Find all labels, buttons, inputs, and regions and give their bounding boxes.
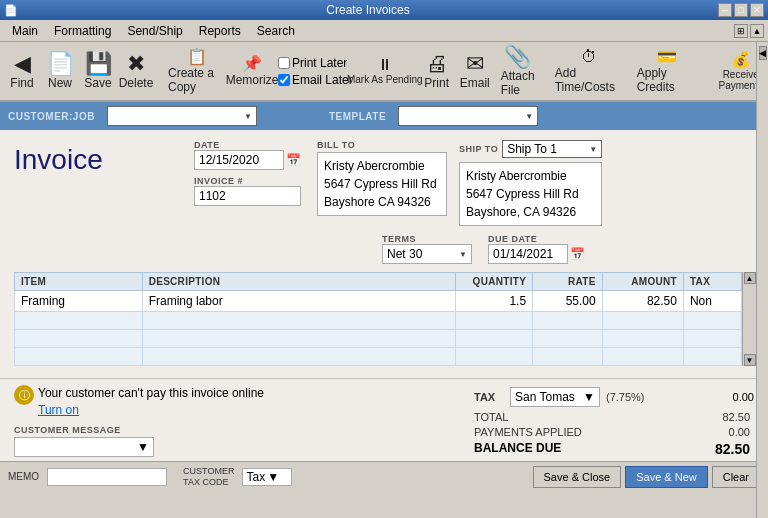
empty-desc[interactable] bbox=[142, 312, 455, 330]
mark-pending-button[interactable]: ⏸ Mark As Pending bbox=[359, 45, 411, 97]
terms-dropdown-arrow: ▼ bbox=[459, 250, 467, 259]
total-row: TOTAL 82.50 bbox=[474, 411, 754, 423]
empty-amount2[interactable] bbox=[602, 330, 683, 348]
due-date-calendar-icon[interactable]: 📅 bbox=[570, 247, 585, 261]
clear-button[interactable]: Clear bbox=[712, 466, 760, 488]
print-later-check[interactable] bbox=[278, 57, 290, 69]
email-later-check[interactable] bbox=[278, 74, 290, 86]
new-button[interactable]: 📄 New bbox=[42, 45, 78, 97]
empty-qty3[interactable] bbox=[455, 348, 532, 366]
empty-rate[interactable] bbox=[533, 312, 603, 330]
terms-dropdown[interactable]: Net 30 ▼ bbox=[382, 244, 472, 264]
row-item[interactable]: Framing bbox=[15, 291, 143, 312]
due-date-input[interactable]: 01/14/2021 bbox=[488, 244, 568, 264]
empty-rate3[interactable] bbox=[533, 348, 603, 366]
turn-on-link[interactable]: Turn on bbox=[38, 403, 79, 417]
print-button[interactable]: 🖨 Print bbox=[419, 45, 455, 97]
row-description[interactable]: Framing labor bbox=[142, 291, 455, 312]
right-panel-handle[interactable]: ◀ bbox=[756, 42, 768, 518]
menu-reports[interactable]: Reports bbox=[191, 22, 249, 40]
empty-item3[interactable] bbox=[15, 348, 143, 366]
table-row-empty2[interactable] bbox=[15, 330, 742, 348]
ship-to-address[interactable]: Kristy Abercrombie 5647 Cypress Hill Rd … bbox=[459, 162, 602, 226]
footer-bar: MEMO CUSTOMERTAX CODE Tax ▼ Save & Close… bbox=[0, 461, 768, 491]
tax-amount: 0.00 bbox=[704, 391, 754, 403]
tax-dropdown[interactable]: San Tomas ▼ bbox=[510, 387, 600, 407]
balance-due-amount: 82.50 bbox=[715, 441, 750, 457]
delete-button[interactable]: ✖ Delete bbox=[118, 45, 154, 97]
customer-message-dropdown[interactable]: ▼ bbox=[14, 437, 154, 457]
template-label: TEMPLATE bbox=[329, 111, 386, 122]
empty-qty[interactable] bbox=[455, 312, 532, 330]
bill-to-label: BILL TO bbox=[317, 140, 447, 150]
online-notice-text: Your customer can't pay this invoice onl… bbox=[38, 385, 264, 419]
minimize-button[interactable]: ─ bbox=[718, 3, 732, 17]
empty-amount3[interactable] bbox=[602, 348, 683, 366]
tax-code-dropdown[interactable]: Tax ▼ bbox=[242, 468, 292, 486]
template-dropdown[interactable]: Rock Castle Invo... ▼ bbox=[398, 106, 538, 126]
empty-item2[interactable] bbox=[15, 330, 143, 348]
delete-icon: ✖ bbox=[127, 53, 145, 75]
memo-label: MEMO bbox=[8, 471, 39, 482]
footer-buttons: Save & Close Save & New Clear bbox=[533, 466, 760, 488]
apply-credits-button[interactable]: 💳 Apply Credits bbox=[631, 45, 703, 97]
menu-search[interactable]: Search bbox=[249, 22, 303, 40]
invoice-num-input[interactable]: 1102 bbox=[194, 186, 301, 206]
print-later-checkbox[interactable]: Print Later bbox=[278, 56, 353, 70]
save-close-button[interactable]: Save & Close bbox=[533, 466, 622, 488]
row-rate[interactable]: 55.00 bbox=[533, 291, 603, 312]
empty-desc3[interactable] bbox=[142, 348, 455, 366]
empty-tax[interactable] bbox=[683, 312, 741, 330]
menu-main[interactable]: Main bbox=[4, 22, 46, 40]
bill-to-address[interactable]: Kristy Abercrombie 5647 Cypress Hill Rd … bbox=[317, 152, 447, 216]
find-button[interactable]: ◀ Find bbox=[4, 45, 40, 97]
memo-input[interactable] bbox=[47, 468, 167, 486]
menu-formatting[interactable]: Formatting bbox=[46, 22, 119, 40]
find-icon: ◀ bbox=[14, 53, 31, 75]
collapse-btn[interactable]: ▲ bbox=[750, 24, 764, 38]
scroll-up-btn[interactable]: ▲ bbox=[744, 272, 756, 284]
payments-applied-row: PAYMENTS APPLIED 0.00 bbox=[474, 426, 754, 438]
payments-applied-amount: 0.00 bbox=[729, 426, 750, 438]
tax-code-arrow: ▼ bbox=[267, 470, 279, 484]
row-amount[interactable]: 82.50 bbox=[602, 291, 683, 312]
col-header-quantity: QUANTITY bbox=[455, 273, 532, 291]
menu-send-ship[interactable]: Send/Ship bbox=[119, 22, 190, 40]
empty-qty2[interactable] bbox=[455, 330, 532, 348]
scroll-down-btn[interactable]: ▼ bbox=[744, 354, 756, 366]
empty-item[interactable] bbox=[15, 312, 143, 330]
memorize-button[interactable]: 📌 Memorize bbox=[234, 45, 270, 97]
email-button[interactable]: ✉ Email bbox=[457, 45, 493, 97]
empty-rate2[interactable] bbox=[533, 330, 603, 348]
row-tax[interactable]: Non bbox=[683, 291, 741, 312]
maximize-button[interactable]: □ bbox=[734, 3, 748, 17]
table-header-row: ITEM DESCRIPTION QUANTITY RATE AMOUNT TA… bbox=[15, 273, 742, 291]
save-new-button[interactable]: Save & New bbox=[625, 466, 708, 488]
totals-section: TAX San Tomas ▼ (7.75%) 0.00 TOTAL 82.50… bbox=[474, 385, 754, 457]
customer-job-dropdown[interactable]: Abercrombie, Kristy:Fa... ▼ bbox=[107, 106, 257, 126]
add-time-costs-button[interactable]: ⏱ Add Time/Costs bbox=[549, 45, 629, 97]
attach-file-button[interactable]: 📎 Attach File bbox=[495, 45, 541, 97]
msg-dropdown-arrow: ▼ bbox=[137, 440, 149, 454]
save-button[interactable]: 💾 Save bbox=[80, 45, 116, 97]
line-items-table: ITEM DESCRIPTION QUANTITY RATE AMOUNT TA… bbox=[14, 272, 742, 366]
close-button[interactable]: ✕ bbox=[750, 3, 764, 17]
due-date-field-group: DUE DATE 01/14/2021 📅 bbox=[488, 234, 585, 264]
table-row-empty3[interactable] bbox=[15, 348, 742, 366]
ship-to-dropdown[interactable]: Ship To 1 ▼ bbox=[502, 140, 602, 158]
due-date-label: DUE DATE bbox=[488, 234, 585, 244]
date-input[interactable]: 12/15/2020 bbox=[194, 150, 284, 170]
empty-tax3[interactable] bbox=[683, 348, 741, 366]
table-row[interactable]: Framing Framing labor 1.5 55.00 82.50 No… bbox=[15, 291, 742, 312]
empty-tax2[interactable] bbox=[683, 330, 741, 348]
create-copy-button[interactable]: 📋 Create a Copy bbox=[162, 45, 232, 97]
resize-btn[interactable]: ⊞ bbox=[734, 24, 748, 38]
table-row-empty1[interactable] bbox=[15, 312, 742, 330]
empty-amount[interactable] bbox=[602, 312, 683, 330]
empty-desc2[interactable] bbox=[142, 330, 455, 348]
date-calendar-icon[interactable]: 📅 bbox=[286, 153, 301, 167]
row-quantity[interactable]: 1.5 bbox=[455, 291, 532, 312]
email-later-checkbox[interactable]: Email Later bbox=[278, 73, 353, 87]
panel-toggle-btn[interactable]: ◀ bbox=[759, 46, 767, 60]
col-header-amount: AMOUNT bbox=[602, 273, 683, 291]
